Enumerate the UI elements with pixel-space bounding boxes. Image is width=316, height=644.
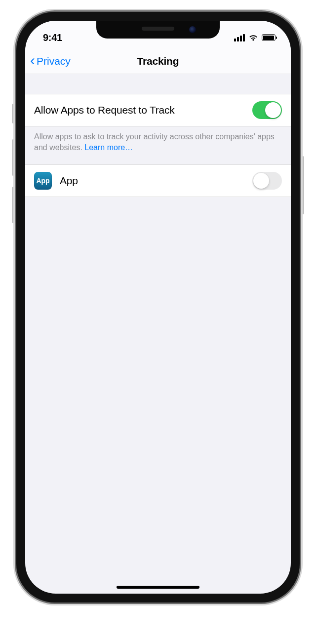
learn-more-link[interactable]: Learn more… <box>84 143 133 152</box>
allow-apps-to-track-row: Allow Apps to Request to Track <box>25 94 291 126</box>
speaker-grille <box>142 27 174 31</box>
screen: 9:41 ‹ Privacy <box>25 21 291 594</box>
battery-icon <box>262 34 277 41</box>
back-button[interactable]: ‹ Privacy <box>30 55 71 67</box>
notch <box>96 21 220 39</box>
cellular-signal-icon <box>234 34 245 41</box>
status-time: 9:41 <box>43 32 62 43</box>
home-indicator[interactable] <box>117 586 199 589</box>
page-title: Tracking <box>137 55 179 67</box>
back-label: Privacy <box>37 55 71 67</box>
front-camera <box>189 26 196 33</box>
silent-switch[interactable] <box>12 104 15 123</box>
chevron-left-icon: ‹ <box>30 52 35 67</box>
wifi-icon <box>248 34 258 41</box>
status-icons <box>234 34 277 41</box>
phone-frame: 9:41 ‹ Privacy <box>16 12 300 603</box>
nav-bar: ‹ Privacy Tracking <box>25 48 291 74</box>
volume-down-button[interactable] <box>12 187 15 223</box>
section-footer: Allow apps to ask to track your activity… <box>25 126 291 164</box>
app-tracking-row: App App <box>25 164 291 197</box>
allow-apps-to-track-toggle[interactable] <box>252 101 282 119</box>
allow-apps-to-track-label: Allow Apps to Request to Track <box>34 104 175 116</box>
app-name-label: App <box>60 175 78 187</box>
settings-content: Allow Apps to Request to Track Allow app… <box>25 74 291 197</box>
volume-up-button[interactable] <box>12 139 15 176</box>
footer-description: Allow apps to ask to track your activity… <box>34 132 275 152</box>
app-icon: App <box>34 172 52 190</box>
app-tracking-toggle[interactable] <box>252 172 282 190</box>
power-button[interactable] <box>301 156 304 214</box>
